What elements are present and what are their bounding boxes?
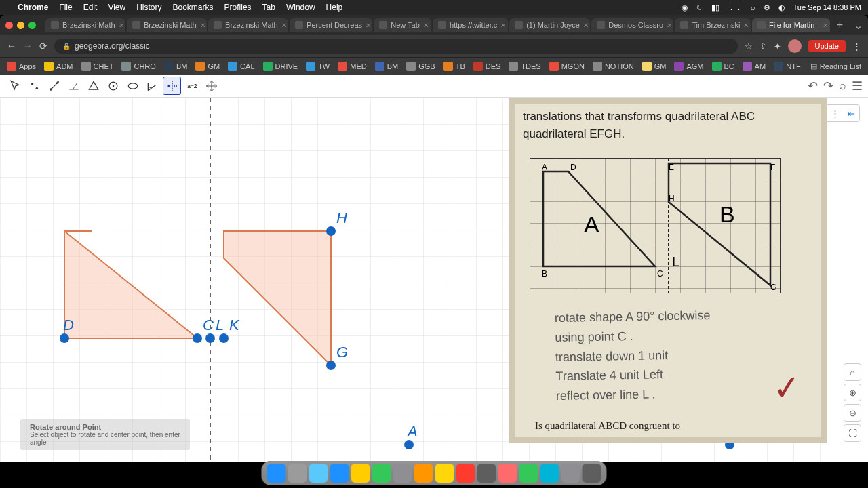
tool-point[interactable] xyxy=(25,77,43,95)
bookmark-item[interactable]: CAL xyxy=(228,62,254,71)
dock-app-icon[interactable] xyxy=(414,464,433,483)
dock-app-icon[interactable] xyxy=(498,464,517,483)
dock-app-icon[interactable] xyxy=(561,464,580,483)
bookmark-item[interactable]: DES xyxy=(473,62,501,71)
browser-tab[interactable]: Brzezinski Math✕ xyxy=(208,18,288,32)
tab-close-icon[interactable]: ✕ xyxy=(119,22,124,29)
bookmark-item[interactable]: TB xyxy=(443,62,465,71)
point-C[interactable] xyxy=(193,333,202,343)
menu-view[interactable]: View xyxy=(108,3,125,12)
update-button[interactable]: Update xyxy=(808,40,846,52)
dock-app-icon[interactable] xyxy=(583,464,601,483)
bookmark-item[interactable]: DRIVE xyxy=(263,62,298,71)
zoom-in-icon[interactable]: ⊕ xyxy=(844,384,861,401)
tab-close-icon[interactable]: ✕ xyxy=(366,22,371,29)
status-wifi-icon[interactable]: ⋮⋮ xyxy=(728,3,743,12)
menu-edit[interactable]: Edit xyxy=(83,3,98,12)
status-control-icon[interactable]: ⚙ xyxy=(764,3,770,12)
dock-app-icon[interactable] xyxy=(309,464,328,483)
menu-file[interactable]: File xyxy=(59,3,72,12)
dock-app-icon[interactable] xyxy=(330,464,349,483)
bookmark-item[interactable]: ADM xyxy=(44,62,73,71)
tool-perpendicular[interactable] xyxy=(64,77,83,95)
dock-app-icon[interactable] xyxy=(351,464,370,483)
undo-button[interactable]: ↶ xyxy=(808,79,818,94)
menu-window[interactable]: Window xyxy=(286,3,315,12)
status-search-icon[interactable]: ⌕ xyxy=(751,3,755,12)
tab-close-icon[interactable]: ✕ xyxy=(823,22,828,29)
dock-app-icon[interactable] xyxy=(456,464,475,483)
main-menu-button[interactable]: ☰ xyxy=(852,79,863,94)
tool-move[interactable] xyxy=(5,77,24,95)
more-icon[interactable]: ⋮ xyxy=(828,106,842,120)
redo-button[interactable]: ↷ xyxy=(823,79,833,94)
bookmark-item[interactable]: AGM xyxy=(674,62,703,71)
dock-app-icon[interactable] xyxy=(540,464,559,483)
menu-profiles[interactable]: Profiles xyxy=(224,3,252,12)
extensions-icon[interactable]: ✦ xyxy=(774,41,781,52)
tool-polygon[interactable] xyxy=(84,77,102,95)
menu-tab[interactable]: Tab xyxy=(262,3,275,12)
zoom-out-icon[interactable]: ⊖ xyxy=(844,404,861,422)
share-icon[interactable]: ⇪ xyxy=(760,41,767,52)
browser-tab[interactable]: (1) Martin Joyce✕ xyxy=(509,18,590,32)
bookmark-item[interactable]: CHRO xyxy=(121,62,155,71)
point-L[interactable] xyxy=(205,333,215,343)
reading-list-button[interactable]: ▤ Reading List xyxy=(810,62,861,70)
tab-close-icon[interactable]: ✕ xyxy=(583,22,589,29)
star-icon[interactable]: ☆ xyxy=(745,41,753,52)
status-battery-icon[interactable]: ▮▯ xyxy=(711,3,719,12)
tab-close-icon[interactable]: ✕ xyxy=(423,22,429,29)
tab-close-icon[interactable]: ✕ xyxy=(281,22,287,29)
browser-tab[interactable]: Brzezinski Math✕ xyxy=(127,18,207,32)
status-record-icon[interactable]: ◉ xyxy=(682,3,688,12)
menu-history[interactable]: History xyxy=(136,3,161,12)
toggle-panel-icon[interactable]: ⇤ xyxy=(844,106,858,120)
dock-app-icon[interactable] xyxy=(267,464,286,483)
bookmark-item[interactable]: GM xyxy=(642,62,667,71)
reload-button[interactable]: ⟳ xyxy=(39,41,47,52)
worksheet-image[interactable]: translations that transforms quadrilater… xyxy=(509,98,827,443)
chrome-menu-icon[interactable]: ⋮ xyxy=(852,41,861,52)
browser-tab[interactable]: https://twitter.c✕ xyxy=(433,18,508,32)
browser-tab[interactable]: Tim Brzezinski✕ xyxy=(675,18,751,32)
tab-close-icon[interactable]: ✕ xyxy=(200,22,205,29)
dock-app-icon[interactable] xyxy=(477,464,496,483)
tab-close-icon[interactable]: ✕ xyxy=(667,22,672,29)
back-button[interactable]: ← xyxy=(7,41,16,52)
browser-tab[interactable]: New Tab✕ xyxy=(374,18,431,32)
dock-app-icon[interactable] xyxy=(372,464,391,483)
status-moon-icon[interactable]: ☾ xyxy=(696,3,703,12)
search-button[interactable]: ⌕ xyxy=(839,79,846,93)
bookmark-item[interactable]: BM xyxy=(375,62,399,71)
address-field[interactable]: 🔒 geogebra.org/classic xyxy=(54,39,738,54)
menubar-datetime[interactable]: Tue Sep 14 8:38 PM xyxy=(793,3,862,12)
tab-close-icon[interactable]: ✕ xyxy=(500,22,506,29)
browser-tab[interactable]: Percent Decreas✕ xyxy=(290,18,372,32)
bookmark-item[interactable]: AM xyxy=(743,62,766,71)
tool-reflect[interactable] xyxy=(163,77,181,95)
bookmark-item[interactable]: GM xyxy=(195,62,220,71)
bookmark-item[interactable]: GGB xyxy=(406,62,435,71)
maximize-window-icon[interactable] xyxy=(28,22,36,29)
bookmark-item[interactable]: TDES xyxy=(509,62,540,71)
tab-close-icon[interactable]: ✕ xyxy=(743,22,749,29)
dock-app-icon[interactable] xyxy=(393,464,412,483)
dock-app-icon[interactable] xyxy=(435,464,454,483)
fullscreen-icon[interactable]: ⛶ xyxy=(844,424,861,442)
bookmark-item[interactable]: MGON xyxy=(549,62,585,71)
browser-tab[interactable]: Desmos Classro✕ xyxy=(591,18,673,32)
zoom-home-icon[interactable]: ⌂ xyxy=(844,363,861,381)
tool-circle[interactable] xyxy=(104,77,122,95)
tab-overflow-icon[interactable]: ⌄ xyxy=(854,19,863,32)
browser-tab[interactable]: Brzezinski Math✕ xyxy=(45,18,125,32)
browser-tab[interactable]: File for Martin -✕ xyxy=(752,18,830,32)
point-G[interactable] xyxy=(326,361,336,370)
forward-button[interactable]: → xyxy=(23,41,33,52)
bookmark-item[interactable]: NTF xyxy=(774,62,800,71)
geogebra-canvas[interactable]: DCLKHGAB ⊹ ▦ ⌂ C: ⚙ ⋮ ⇤ ⌂ ⊕ ⊖ ⛶ Rotate a… xyxy=(0,98,868,462)
new-tab-button[interactable]: + xyxy=(833,19,847,31)
menu-help[interactable]: Help xyxy=(326,3,343,12)
bookmark-item[interactable]: NOTION xyxy=(593,62,634,71)
bookmark-item[interactable]: TW xyxy=(306,62,330,71)
